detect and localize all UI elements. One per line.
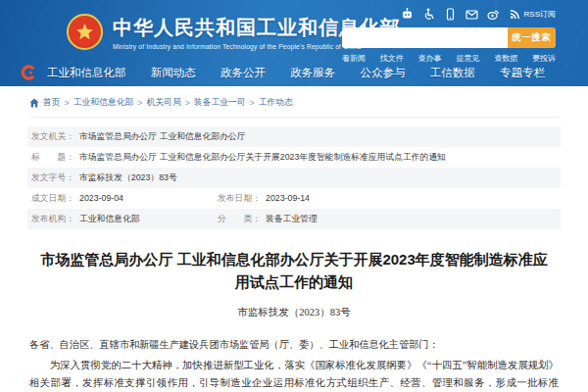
nav-item-special[interactable]: 专题专栏 <box>494 66 551 80</box>
meta-label: 分 类： <box>218 214 261 225</box>
accessibility-icon[interactable] <box>422 8 435 21</box>
site-header: 中华人民共和国工业和信息化部 Ministry of Industry and … <box>0 0 588 86</box>
nav-item-data[interactable]: 工信数据 <box>424 66 481 80</box>
meta-label: 发布机构： <box>31 214 74 225</box>
meta-label: 发文字号： <box>31 172 74 184</box>
breadcrumb-miit[interactable]: 工业和信息化部 <box>74 97 134 109</box>
utility-icon-row: RSS订阅 <box>342 7 556 21</box>
unified-search-button[interactable]: 统一搜索 <box>508 27 556 48</box>
meta-value: 市监标技发（2023）83号 <box>79 172 177 184</box>
meta-row-issuing-office: 发文机关： 市场监管总局办公厅 工业和信息化部办公厅 <box>27 126 561 147</box>
weibo-icon[interactable] <box>487 8 500 21</box>
meta-value: 工业和信息化部 <box>79 214 140 225</box>
nav-item-news[interactable]: 新闻动态 <box>145 66 202 80</box>
meta-label: 发文机关： <box>31 131 74 143</box>
breadcrumb-separator: > <box>185 98 190 108</box>
breadcrumb-home[interactable]: 首页 <box>43 97 61 109</box>
emblem-star-icon <box>74 22 95 42</box>
search-input[interactable] <box>342 27 508 48</box>
breadcrumb-departments[interactable]: 机关司局 <box>146 97 180 109</box>
article-doc-number: 市监标技发（2023）83号 <box>0 306 588 319</box>
meta-label: 发布日期： <box>218 193 261 205</box>
breadcrumb-separator: > <box>250 98 255 108</box>
meta-row-title: 标 题： 市场监管总局办公厅 工业和信息化部办公厅关于开展2023年度智能制造标… <box>27 147 561 168</box>
mobile-icon[interactable] <box>444 8 457 21</box>
document-meta-table: 发文机关： 市场监管总局办公厅 工业和信息化部办公厅 标 题： 市场监管总局办公… <box>27 126 561 229</box>
meta-value: 2023-09-04 <box>79 193 123 203</box>
article-title: 市场监管总局办公厅 工业和信息化部办公厅关于开展2023年度智能制造标准应用试点… <box>37 248 551 294</box>
breadcrumb-work-updates[interactable]: 工作动态 <box>259 97 293 109</box>
rss-subscribe[interactable]: RSS订阅 <box>509 8 556 21</box>
breadcrumb-separator: > <box>65 98 70 108</box>
meta-row-dates: 成文日期： 2023-09-04 发布日期： 2023-09-14 <box>27 188 561 209</box>
robot-icon[interactable] <box>401 8 414 21</box>
article-paragraph: 为深入贯彻党的二十大精神，加快推进新型工业化，落实《国家标准化发展纲要》《“十四… <box>29 357 559 392</box>
breadcrumb-divider <box>29 117 559 118</box>
nav-item-miit[interactable]: 工业和信息化部 <box>41 66 132 80</box>
meta-value: 2023-09-14 <box>266 193 310 203</box>
breadcrumb-equipment-dept[interactable]: 装备工业一司 <box>194 97 246 109</box>
page-content: 首页 > 工业和信息化部 > 机关司局 > 装备工业一司 > 工作动态 发文机关… <box>0 86 588 392</box>
nav-item-participation[interactable]: 公众参与 <box>355 66 412 80</box>
national-emblem-icon <box>67 14 103 50</box>
meta-value: 市场监管总局办公厅 工业和信息化部办公厅关于开展2023年度智能制造标准应用试点… <box>79 152 446 164</box>
meta-row-doc-number: 发文字号： 市监标技发（2023）83号 <box>27 168 561 188</box>
mail-icon[interactable] <box>466 8 478 21</box>
article-addressee: 各省、自治区、直辖市和新疆生产建设兵团市场监管局（厅、委）、工业和信息化主管部门… <box>29 338 559 352</box>
breadcrumb: 首页 > 工业和信息化部 > 机关司局 > 装备工业一司 > 工作动态 <box>0 86 588 109</box>
rss-icon <box>509 8 521 21</box>
search-bar: 统一搜索 <box>342 27 556 48</box>
nav-item-gov-info[interactable]: 政务公开 <box>215 66 271 80</box>
meta-label: 标 题： <box>31 152 74 164</box>
meta-row-publisher-category: 发布机构： 工业和信息化部 分 类： 装备工业管理 <box>27 209 561 229</box>
meta-label: 成文日期： <box>31 193 74 205</box>
meta-value: 市场监管总局办公厅 工业和信息化部办公厅 <box>79 131 246 143</box>
nav-item-gov-services[interactable]: 政务服务 <box>284 66 341 80</box>
rss-label: RSS订阅 <box>524 9 556 20</box>
breadcrumb-separator: > <box>137 98 142 108</box>
home-icon <box>29 98 39 108</box>
miit-logo-icon <box>20 65 35 80</box>
meta-value: 装备工业管理 <box>266 214 318 225</box>
main-nav: 工业和信息化部 新闻动态 政务公开 政务服务 公众参与 工信数据 专题专栏 <box>0 59 588 86</box>
